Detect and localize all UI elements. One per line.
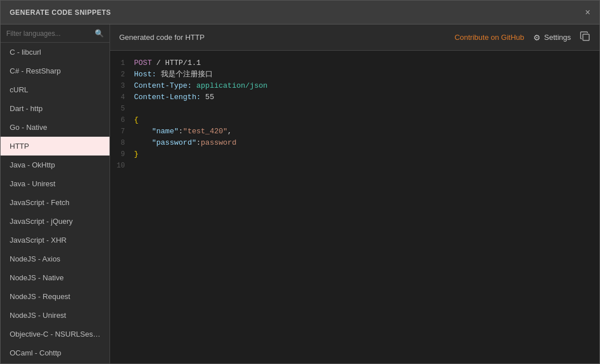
sidebar-item-java-unirest[interactable]: Java - Unirest xyxy=(1,174,110,193)
code-line-6: 6 { xyxy=(110,114,599,126)
window-title: GENERATE CODE SNIPPETS xyxy=(10,9,111,17)
code-header: Generated code for HTTP Contribute on Gi… xyxy=(110,24,599,51)
gear-icon: ⚙ xyxy=(533,33,541,42)
sidebar-item-csharp-restsharp[interactable]: C# - RestSharp xyxy=(1,62,110,80)
close-button[interactable]: × xyxy=(585,8,590,17)
header-actions: Contribute on GitHub ⚙ Settings xyxy=(455,31,590,44)
code-line-3: 3 Content-Type: application/json xyxy=(110,80,599,92)
code-line-10: 10 xyxy=(110,160,599,171)
sidebar-item-javascript-jquery[interactable]: JavaScript - jQuery xyxy=(1,212,110,231)
sidebar-item-objc-nsurlsession[interactable]: Objective-C - NSURLSession xyxy=(1,325,110,343)
code-line-1: 1 POST / HTTP/1.1 xyxy=(110,58,599,69)
copy-button[interactable] xyxy=(580,31,590,44)
sidebar-item-nodejs-axios[interactable]: NodeJS - Axios xyxy=(1,250,110,268)
github-link[interactable]: Contribute on GitHub xyxy=(455,33,524,42)
search-icon: 🔍 xyxy=(95,29,104,38)
window: GENERATE CODE SNIPPETS × 🔍 C - libcurlC#… xyxy=(0,0,600,364)
language-list: C - libcurlC# - RestSharpcURLDart - http… xyxy=(1,43,110,363)
sidebar: 🔍 C - libcurlC# - RestSharpcURLDart - ht… xyxy=(1,24,110,363)
copy-icon xyxy=(580,31,590,42)
code-panel-title: Generated code for HTTP xyxy=(119,33,205,42)
search-bar: 🔍 xyxy=(1,24,110,43)
sidebar-item-http[interactable]: HTTP xyxy=(1,137,110,156)
code-line-4: 4 Content-Length: 55 xyxy=(110,92,599,103)
sidebar-item-javascript-fetch[interactable]: JavaScript - Fetch xyxy=(1,193,110,212)
settings-button[interactable]: ⚙ Settings xyxy=(533,33,571,42)
sidebar-item-nodejs-native[interactable]: NodeJS - Native xyxy=(1,268,110,287)
sidebar-item-dart-http[interactable]: Dart - http xyxy=(1,99,110,118)
sidebar-item-go-native[interactable]: Go - Native xyxy=(1,118,110,137)
sidebar-item-c-libcurl[interactable]: C - libcurl xyxy=(1,43,110,62)
code-panel: Generated code for HTTP Contribute on Gi… xyxy=(110,24,599,363)
sidebar-item-nodejs-unirest[interactable]: NodeJS - Unirest xyxy=(1,306,110,325)
title-bar: GENERATE CODE SNIPPETS × xyxy=(1,1,599,24)
code-line-8: 8 "password":password xyxy=(110,137,599,149)
svg-rect-0 xyxy=(583,34,589,40)
sidebar-item-php-curl[interactable]: PHP - cURL xyxy=(1,362,110,363)
search-input[interactable] xyxy=(6,30,92,38)
sidebar-item-java-okhttp[interactable]: Java - OkHttp xyxy=(1,156,110,174)
code-body: 1 POST / HTTP/1.1 2 Host: 我是个注册接口 3 Cont… xyxy=(110,51,599,363)
settings-label: Settings xyxy=(544,33,571,42)
code-line-5: 5 xyxy=(110,103,599,114)
sidebar-item-javascript-xhr[interactable]: JavaScript - XHR xyxy=(1,231,110,250)
code-line-9: 9 } xyxy=(110,149,599,160)
sidebar-item-curl[interactable]: cURL xyxy=(1,80,110,99)
sidebar-item-ocaml-cohttp[interactable]: OCaml - Cohttp xyxy=(1,343,110,362)
code-line-7: 7 "name":"test_420", xyxy=(110,126,599,137)
code-line-2: 2 Host: 我是个注册接口 xyxy=(110,69,599,80)
sidebar-item-nodejs-request[interactable]: NodeJS - Request xyxy=(1,287,110,306)
main-content: 🔍 C - libcurlC# - RestSharpcURLDart - ht… xyxy=(1,24,599,363)
